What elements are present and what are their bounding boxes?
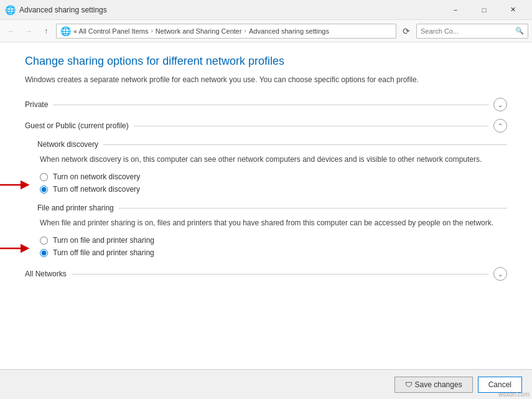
minimize-button[interactable]: − [441, 0, 470, 20]
title-bar: 🌐 Advanced sharing settings − □ ✕ [0, 0, 532, 20]
guest-public-section-toggle[interactable]: ⌃ [493, 119, 507, 133]
file-printer-off-label[interactable]: Turn off file and printer sharing [53, 248, 154, 257]
red-arrow-1 [0, 177, 34, 192]
title-bar-left: 🌐 Advanced sharing settings [5, 5, 107, 15]
all-networks-section-toggle[interactable]: ⌄ [493, 267, 507, 281]
file-printer-on-radio[interactable] [40, 237, 48, 245]
file-printer-options: Turn on file and printer sharing Turn of… [37, 236, 507, 257]
all-networks-section-line [72, 274, 488, 275]
network-discovery-off-label[interactable]: Turn off network discovery [53, 185, 140, 194]
cancel-button[interactable]: Cancel [478, 377, 522, 393]
guest-public-section-header: Guest or Public (current profile) ⌃ [25, 119, 507, 133]
private-section-label: Private [25, 100, 48, 109]
file-printer-label: File and printer sharing [37, 204, 114, 212]
path-icon: 🌐 [60, 26, 71, 36]
address-path[interactable]: 🌐 « All Control Panel Items › Network an… [56, 24, 396, 39]
network-discovery-on-label[interactable]: Turn on network discovery [53, 172, 140, 181]
network-discovery-on-radio[interactable] [40, 173, 48, 181]
save-changes-button[interactable]: 🛡 Save changes [394, 377, 473, 393]
file-printer-on-label[interactable]: Turn on file and printer sharing [53, 236, 154, 245]
all-networks-section-label: All Networks [25, 270, 67, 278]
private-section-line [53, 105, 488, 105]
watermark: wsxdn.com [498, 391, 530, 398]
window-title: Advanced sharing settings [19, 6, 107, 14]
up-button[interactable]: ↑ [39, 24, 54, 39]
address-bar: ← → ↑ 🌐 « All Control Panel Items › Netw… [0, 20, 532, 42]
file-printer-off-option: Turn off file and printer sharing [37, 248, 507, 257]
guest-public-content: Network discovery When network discovery… [25, 140, 507, 257]
network-discovery-label: Network discovery [37, 140, 98, 149]
file-printer-line [119, 208, 507, 209]
path-sep-2: › [245, 27, 246, 34]
guest-public-section-line [134, 126, 488, 126]
file-printer-on-option: Turn on file and printer sharing [37, 236, 507, 245]
network-discovery-line [103, 144, 507, 145]
title-bar-controls: − □ ✕ [441, 0, 527, 20]
refresh-button[interactable]: ⟳ [399, 24, 414, 39]
path-sep-1: › [151, 27, 152, 34]
all-networks-section-header: All Networks ⌄ [25, 267, 507, 281]
page-subtitle: Windows creates a separate network profi… [25, 74, 507, 85]
network-discovery-off-radio[interactable] [40, 185, 48, 194]
file-printer-description: When file and printer sharing is on, fil… [37, 217, 507, 228]
path-part-2: Network and Sharing Center [156, 27, 242, 35]
close-button[interactable]: ✕ [498, 0, 527, 20]
save-icon: 🛡 [405, 380, 413, 389]
window-icon: 🌐 [5, 5, 16, 15]
guest-public-section-label: Guest or Public (current profile) [25, 121, 129, 130]
search-box: 🔍 [416, 24, 528, 39]
file-printer-header: File and printer sharing [37, 204, 507, 212]
private-section-header: Private ⌄ [25, 98, 507, 111]
restore-button[interactable]: □ [470, 0, 498, 20]
search-input[interactable] [421, 27, 513, 35]
network-discovery-options: Turn on network discovery Turn off netwo… [37, 172, 507, 194]
red-arrow-2 [0, 241, 34, 256]
network-discovery-header: Network discovery [37, 140, 507, 149]
save-label: Save changes [415, 380, 462, 389]
main-content: Change sharing options for different net… [0, 42, 532, 399]
private-section-toggle[interactable]: ⌄ [493, 98, 507, 111]
page-title: Change sharing options for different net… [25, 55, 507, 68]
network-discovery-on-option: Turn on network discovery [37, 172, 507, 181]
network-discovery-off-option: Turn off network discovery [37, 185, 507, 194]
forward-button[interactable]: → [21, 24, 36, 39]
back-button[interactable]: ← [4, 24, 19, 39]
file-printer-off-radio[interactable] [40, 249, 48, 257]
network-discovery-description: When network discovery is on, this compu… [37, 154, 507, 165]
path-part-3: Advanced sharing settings [249, 27, 329, 35]
bottom-bar: 🛡 Save changes Cancel [0, 369, 532, 399]
path-part-1: « All Control Panel Items [73, 27, 148, 35]
search-icon: 🔍 [515, 27, 524, 35]
